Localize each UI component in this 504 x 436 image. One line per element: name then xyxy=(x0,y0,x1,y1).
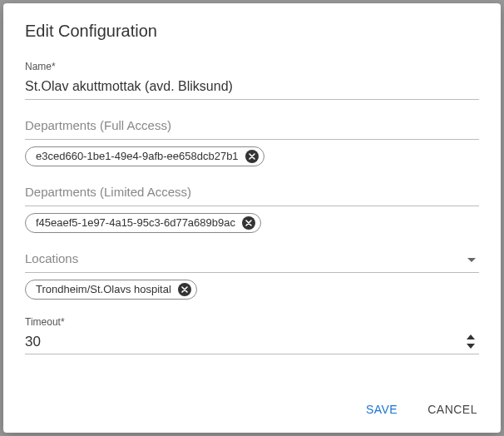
chevron-up-icon[interactable] xyxy=(466,333,476,341)
dialog-actions: SAVE CANCEL xyxy=(363,398,481,421)
locations-chips: Trondheim/St.Olavs hospital xyxy=(25,280,479,300)
name-label: Name* xyxy=(25,61,479,72)
name-field: Name* xyxy=(25,61,479,100)
timeout-value: 30 xyxy=(25,334,466,350)
departments-full-access-field: Departments (Full Access) e3ced660-1be1-… xyxy=(25,116,479,166)
chevron-down-icon[interactable] xyxy=(466,342,476,350)
locations-select[interactable]: Locations xyxy=(25,250,479,273)
close-icon[interactable] xyxy=(178,283,191,296)
edit-configuration-dialog: Edit Configuration Name* Departments (Fu… xyxy=(3,3,501,433)
stepper-arrows xyxy=(466,333,479,350)
save-button[interactable]: SAVE xyxy=(363,398,401,421)
dialog-backdrop: Edit Configuration Name* Departments (Fu… xyxy=(0,0,504,436)
chip: e3ced660-1be1-49e4-9afb-ee658dcb27b1 xyxy=(25,146,264,166)
timeout-label: Timeout* xyxy=(25,316,479,328)
departments-limited-access-label: Departments (Limited Access) xyxy=(25,185,191,199)
departments-full-access-label: Departments (Full Access) xyxy=(25,118,171,132)
chip-label: f45eaef5-1e97-4a15-95c3-6d77a689b9ac xyxy=(36,216,235,230)
departments-limited-access-chips: f45eaef5-1e97-4a15-95c3-6d77a689b9ac xyxy=(25,213,479,233)
name-input[interactable] xyxy=(25,76,479,100)
chevron-down-icon xyxy=(467,258,476,262)
chip-label: Trondheim/St.Olavs hospital xyxy=(36,282,171,297)
departments-limited-access-select[interactable]: Departments (Limited Access) xyxy=(25,183,479,206)
cancel-button[interactable]: CANCEL xyxy=(424,398,481,421)
dialog-title: Edit Configuration xyxy=(25,22,479,41)
timeout-field: Timeout* 30 xyxy=(25,316,479,354)
chip-label: e3ced660-1be1-49e4-9afb-ee658dcb27b1 xyxy=(36,149,239,164)
departments-limited-access-field: Departments (Limited Access) f45eaef5-1e… xyxy=(25,183,479,233)
locations-label: Locations xyxy=(25,251,78,265)
chip: Trondheim/St.Olavs hospital xyxy=(25,280,197,300)
departments-full-access-select[interactable]: Departments (Full Access) xyxy=(25,116,479,140)
timeout-stepper[interactable]: 30 xyxy=(25,331,479,354)
chip: f45eaef5-1e97-4a15-95c3-6d77a689b9ac xyxy=(25,213,261,233)
departments-full-access-chips: e3ced660-1be1-49e4-9afb-ee658dcb27b1 xyxy=(25,146,479,166)
close-icon[interactable] xyxy=(242,216,255,230)
close-icon[interactable] xyxy=(245,150,259,163)
locations-field: Locations Trondheim/St.Olavs hospital xyxy=(25,250,479,300)
